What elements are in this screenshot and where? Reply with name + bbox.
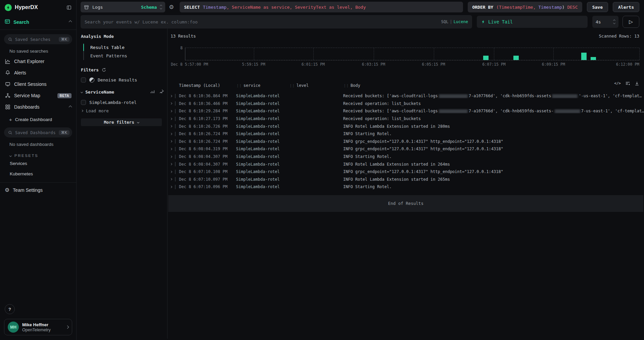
row-expander[interactable] (170, 185, 179, 189)
denoise-checkbox[interactable] (81, 77, 86, 82)
row-expander[interactable] (170, 162, 179, 166)
facet-chart-icon[interactable] (150, 89, 155, 95)
create-dashboard-label: Create Dashboard (15, 117, 52, 122)
row-expander[interactable] (170, 109, 179, 113)
collapse-sidebar-icon[interactable] (66, 5, 72, 10)
facet-value-simplelambda-rotel[interactable]: SimpleLambda-rotel (81, 100, 164, 105)
row-expander[interactable] (170, 124, 179, 128)
row-expander[interactable] (170, 117, 179, 121)
sidebar: HyperDX Search Saved Searches ⌘K No save… (0, 0, 77, 340)
save-button[interactable]: Save (587, 2, 608, 12)
search-input[interactable] (85, 19, 468, 24)
run-query-button[interactable]: ▷ (623, 16, 639, 28)
table-row[interactable]: Dec 8 6:10:26.726 PMSimpleLambda-rotelIN… (168, 122, 644, 130)
table-row[interactable]: Dec 8 6:07:10.108 PMSimpleLambda-rotelIN… (168, 168, 644, 176)
table-row[interactable]: Dec 8 6:07:10.096 PMSimpleLambda-rotelIN… (168, 183, 644, 191)
lucene-toggle[interactable]: Lucene (454, 19, 468, 24)
table-row[interactable]: Dec 8 6:08:04.307 PMSimpleLambda-rotelIN… (168, 160, 644, 168)
preset-kubernetes[interactable]: Kubernetes (0, 169, 76, 179)
row-expander[interactable] (170, 132, 179, 136)
column-header-level[interactable]: ⋮⋮level (289, 83, 343, 88)
sidebar-item-client-sessions[interactable]: Client Sessions (0, 78, 76, 90)
row-expander[interactable] (170, 94, 179, 98)
column-header-timestamp[interactable]: Timestamp (Local) (179, 83, 236, 88)
table-row[interactable]: Dec 8 6:07:10.097 PMSimpleLambda-rotelIN… (168, 176, 644, 183)
chevron-right-icon (170, 133, 172, 135)
level-indicator (175, 139, 176, 144)
row-expander[interactable] (170, 139, 179, 144)
results-count: 13 Results (171, 34, 196, 39)
code-view-icon[interactable]: </> (614, 81, 621, 86)
load-more-button[interactable]: Load more (81, 108, 164, 113)
histogram-bar[interactable] (591, 57, 596, 60)
table-row[interactable]: Dec 8 6:10:36.864 PMSimpleLambda-rotelRe… (168, 92, 644, 100)
sidebar-item-alerts[interactable]: Alerts (0, 67, 76, 78)
sidebar-item-dashboards[interactable]: Dashboards (0, 101, 76, 113)
row-body: INFO grpc_endpoint="127.0.0.1:4317" http… (343, 147, 644, 151)
gridline (553, 48, 554, 60)
row-expander[interactable] (170, 101, 179, 106)
mode-results-table[interactable]: Results Table (84, 43, 164, 52)
mode-event-patterns[interactable]: Event Patterns (84, 52, 164, 60)
table-row[interactable]: Dec 8 6:10:27.173 PMSimpleLambda-rotelRe… (168, 115, 644, 123)
saved-searches-placeholder: Saved Searches (15, 37, 50, 42)
table-row[interactable]: Dec 8 6:08:04.307 PMSimpleLambda-rotelIN… (168, 153, 644, 161)
alerts-button[interactable]: Alerts (613, 2, 639, 12)
sql-segment: DESC (565, 5, 578, 10)
histogram-plot[interactable] (185, 48, 639, 60)
sidebar-item-service-map[interactable]: Service MapBETA (0, 90, 76, 101)
row-expander[interactable] (170, 155, 179, 159)
gridline (254, 48, 254, 60)
sidebar-item-chart-explorer[interactable]: Chart Explorer (0, 56, 76, 67)
saved-searches-input[interactable]: Saved Searches ⌘K (4, 34, 72, 44)
drag-handle-icon[interactable]: ⋮⋮ (343, 84, 349, 88)
row-expander[interactable] (170, 170, 179, 174)
facet-servicename-header[interactable]: ServiceName (81, 89, 164, 95)
presets-toggle[interactable]: PRESETS (0, 149, 76, 158)
denoise-results-option[interactable]: Denoise Results (81, 77, 164, 82)
download-icon[interactable] (635, 81, 639, 86)
facet-pin-icon[interactable] (159, 89, 164, 95)
sql-toggle[interactable]: SQL (441, 19, 449, 24)
sidebar-item-team-settings[interactable]: ⚙ Team Settings (0, 183, 76, 197)
more-filters-button[interactable]: More filters (81, 118, 162, 126)
user-menu[interactable]: MH Mike Heffner OpenTelemetry (4, 319, 72, 335)
row-expander[interactable] (170, 177, 179, 181)
more-filters-label: More filters (104, 120, 134, 125)
sidebar-item-search[interactable]: Search (0, 15, 76, 30)
facet-checkbox[interactable] (81, 100, 86, 105)
table-row[interactable]: Dec 8 6:10:36.466 PMSimpleLambda-rotelRe… (168, 100, 644, 108)
schema-label: Schema (141, 5, 157, 10)
refresh-icon[interactable] (102, 68, 106, 72)
saved-dashboards-input[interactable]: Saved Dashboards ⌘K (4, 127, 72, 137)
create-dashboard-button[interactable]: + Create Dashboard (0, 113, 76, 123)
language-toggle[interactable]: SQL|Lucene (441, 19, 468, 24)
row-service: SimpleLambda-rotel (236, 124, 289, 129)
row-expander[interactable] (170, 147, 179, 151)
help-button[interactable]: ? (5, 304, 15, 314)
preset-services[interactable]: Services (0, 158, 76, 169)
histogram-bar[interactable] (513, 56, 519, 60)
row-body: INFO grpc_endpoint="127.0.0.1:4317" http… (343, 139, 644, 144)
order-by-input[interactable]: ORDER BY (TimestampTime, Timestamp) DESC (468, 2, 582, 12)
histogram-bar[interactable] (483, 56, 489, 60)
drag-handle-icon[interactable]: ⋮⋮ (289, 84, 294, 88)
column-header-service[interactable]: ⋮⋮service (236, 83, 289, 88)
drag-handle-icon[interactable]: ⋮⋮ (236, 84, 241, 88)
table-search-icon (5, 19, 10, 25)
lang-separator: | (448, 19, 453, 24)
select-clause-input[interactable]: SELECT Timestamp, ServiceName as service… (180, 2, 463, 12)
table-row[interactable]: Dec 8 6:10:26.724 PMSimpleLambda-rotelIN… (168, 138, 644, 146)
search-icon (8, 37, 12, 42)
source-settings-gear-icon[interactable]: ⚙ (169, 4, 174, 10)
refresh-interval-select[interactable]: 4s (592, 16, 618, 28)
histogram-bar[interactable] (581, 53, 587, 60)
live-tail-button[interactable]: Live Tail (477, 16, 588, 28)
live-tail-label: Live Tail (488, 19, 513, 24)
table-row[interactable]: Dec 8 6:10:29.284 PMSimpleLambda-rotelRe… (168, 107, 644, 115)
wrap-lines-icon[interactable] (625, 81, 630, 86)
table-row[interactable]: Dec 8 6:08:04.319 PMSimpleLambda-rotelIN… (168, 145, 644, 153)
source-select[interactable]: Logs Schema (81, 2, 165, 12)
table-row[interactable]: Dec 8 6:10:26.724 PMSimpleLambda-rotelIN… (168, 130, 644, 138)
column-header-body[interactable]: ⋮⋮Body (343, 83, 644, 88)
